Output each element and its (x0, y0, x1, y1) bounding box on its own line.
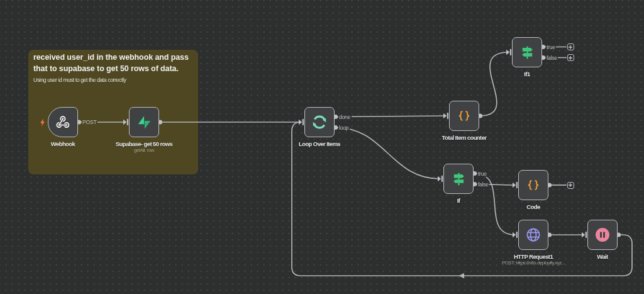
code-braces-icon (526, 178, 541, 192)
input-port-http (513, 232, 518, 238)
node-wait[interactable] (587, 220, 618, 250)
node-if[interactable] (443, 164, 474, 194)
code-braces-icon (457, 109, 472, 123)
node-label-code: Code (477, 203, 590, 210)
node-label-wait: Wait (546, 253, 644, 260)
input-port-if (438, 176, 443, 182)
input-port-wait (582, 232, 587, 238)
webhook-icon (56, 115, 70, 129)
trigger-bolt-icon (40, 118, 45, 127)
node-label-total: Total Item counter (408, 134, 521, 141)
node-sublabel-http: POST: https://n8n.deployify.xyz... (477, 260, 590, 266)
plus-icon (569, 183, 572, 187)
supabase-icon (138, 116, 151, 129)
plus-icon (569, 45, 572, 49)
node-loop-over-items[interactable] (304, 107, 335, 137)
port-label-loop-done: done (338, 113, 352, 120)
plus-icon (569, 56, 572, 60)
node-supabase[interactable] (129, 107, 159, 137)
add-node-button-if1-true[interactable] (567, 43, 574, 50)
node-http-request1[interactable] (518, 220, 548, 250)
node-if1[interactable] (512, 37, 542, 67)
node-total-item-counter[interactable] (449, 101, 479, 131)
loop-icon (311, 113, 328, 131)
connection-loop-done-total[interactable] (336, 116, 446, 117)
port-label-if1-true: true (546, 43, 557, 50)
node-label-if1: If1 (470, 71, 584, 77)
feedback-arrow (459, 273, 465, 278)
port-label-if-true: true (477, 170, 488, 176)
signpost-icon (451, 171, 467, 187)
port-label-webhook-post: POST (82, 119, 97, 125)
input-port-supabase (123, 119, 128, 125)
add-node-button-if1-false[interactable] (567, 54, 574, 61)
node-sublabel-supabase: getAll: row (87, 147, 201, 153)
connection-total-if1[interactable] (480, 52, 509, 116)
port-label-if1-false: false (546, 54, 558, 60)
port-label-loop-loop: loop (338, 124, 350, 130)
port-label-if-false: false (477, 181, 490, 187)
globe-icon (525, 227, 541, 243)
workflow-canvas[interactable]: received user_id in the webhook and pass… (0, 0, 644, 294)
node-code[interactable] (518, 170, 548, 200)
node-label-supabase: Supabase- get 50 rows (87, 140, 201, 147)
signpost-icon (519, 45, 535, 60)
node-webhook[interactable] (48, 107, 78, 137)
input-port-total (443, 113, 448, 119)
pause-icon (595, 227, 610, 242)
input-port-loop (299, 119, 304, 125)
input-port-code (513, 182, 518, 188)
node-label-loop: Loop Over Items (263, 140, 376, 147)
add-node-button-code[interactable] (567, 182, 574, 189)
input-port-if1 (506, 49, 511, 55)
